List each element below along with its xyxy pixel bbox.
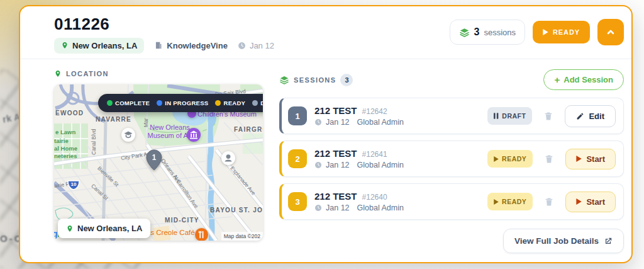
sessions-section-header: SESSIONS 3 + Add Session (279, 69, 624, 90)
session-owner: Global Admin (357, 118, 404, 127)
job-meta-row: New Orleans, LA KnowledgeVine Jan 12 (54, 38, 274, 54)
job-location-text: New Orleans, LA (72, 41, 137, 50)
session-info: 212 TEST #12640 Jan 12 Global Admin (314, 191, 404, 212)
map-pin-icon (61, 41, 69, 50)
sessions-title-group: SESSIONS 3 (279, 74, 353, 86)
delete-session-button[interactable] (543, 111, 553, 122)
pause-icon (494, 113, 499, 119)
map-street-label: Canal Blvd (91, 129, 97, 155)
job-header-actions: 3 sessions READY (450, 19, 625, 45)
session-name: 212 TEST (314, 191, 357, 202)
legend-dot-draft (252, 100, 258, 106)
job-card-body: LOCATION (20, 59, 631, 262)
session-date: Jan 12 (326, 161, 350, 169)
interstate-10-number: 10 (67, 181, 80, 187)
layers-icon (279, 75, 289, 85)
job-location-chip: New Orleans, LA (54, 38, 144, 54)
session-id: #12641 (362, 150, 387, 159)
layers-icon (459, 27, 470, 38)
session-info: 212 TEST #12642 Jan 12 Global Admin (314, 105, 404, 127)
delete-session-button[interactable] (544, 197, 554, 207)
legend-dot-ready (215, 100, 221, 106)
legend-dot-complete (107, 100, 113, 106)
trash-icon (544, 197, 554, 207)
session-row[interactable]: 2 212 TEST #12641 Jan 12 Global Admin (279, 140, 624, 177)
legend-item-complete: COMPLETE (107, 100, 150, 106)
clock-icon (238, 42, 246, 50)
session-rows: 1 212 TEST #12642 Jan 12 Global Admin (279, 98, 624, 220)
session-meta: Jan 12 Global Admin (314, 203, 404, 212)
session-info: 212 TEST #12641 Jan 12 Global Admin (314, 148, 404, 169)
job-status-ready-button[interactable]: READY (533, 21, 590, 43)
trash-icon (543, 111, 553, 122)
session-number-badge: 1 (288, 106, 307, 125)
play-icon (576, 156, 582, 162)
building-icon (154, 41, 163, 50)
legend-dot-in-progress (157, 100, 162, 106)
session-date: Jan 12 (326, 203, 350, 212)
job-card: 011226 New Orleans, LA KnowledgeVine Jan… (19, 5, 633, 263)
monument-poi-icon (221, 151, 235, 165)
external-link-icon (604, 237, 613, 246)
map-green-label: al Home (54, 145, 77, 152)
start-session-button[interactable]: Start (565, 192, 616, 212)
map-green-label: e Lawn (55, 129, 75, 135)
sessions-section: SESSIONS 3 + Add Session 1 212 TEST #126… (279, 64, 624, 253)
job-map-marker-number: 1 (146, 153, 162, 162)
clock-icon (314, 161, 322, 169)
view-full-job-details-button[interactable]: View Full Job Details (503, 229, 624, 253)
job-card-header: 011226 New Orleans, LA KnowledgeVine Jan… (20, 6, 631, 59)
map-area-label: EWOOD (55, 110, 84, 117)
map-pin-icon (54, 69, 62, 78)
location-section: LOCATION (54, 64, 263, 253)
sessions-count-label: sessions (484, 28, 516, 37)
sessions-count: 3 (474, 26, 480, 38)
edit-session-button[interactable]: Edit (565, 105, 616, 127)
session-date: Jan 12 (326, 118, 350, 127)
location-map[interactable]: EWOOD NAVARRE FAIRGROU MID-CITY BAYOU ST… (54, 84, 263, 241)
legend-item-in-progress: IN PROGRESS (157, 100, 208, 106)
session-actions: READY Start (487, 149, 616, 169)
session-number-badge: 3 (288, 192, 307, 211)
session-owner: Global Admin (357, 161, 404, 169)
interstate-10-shield: 10 (67, 180, 80, 191)
add-session-button[interactable]: + Add Session (543, 69, 624, 90)
job-client-text: KnowledgeVine (167, 41, 228, 50)
map-city-pill-text: New Orleans, LA (77, 224, 142, 233)
legend-item-draft: DRAFT (252, 100, 263, 106)
session-id: #12640 (362, 193, 387, 202)
session-row[interactable]: 3 212 TEST #12640 Jan 12 Global Admin (279, 183, 624, 220)
collapse-card-button[interactable] (597, 19, 624, 45)
plus-icon: + (554, 75, 560, 84)
session-name: 212 TEST (314, 148, 357, 159)
legend-item-ready: READY (215, 100, 245, 106)
session-actions: DRAFT Edit (487, 105, 616, 127)
map-status-legend: COMPLETE IN PROGRESS READY DRAFT (98, 94, 263, 112)
session-owner: Global Admin (357, 203, 404, 212)
sessions-section-title: SESSIONS (294, 76, 336, 84)
job-number-title: 011226 (54, 15, 274, 33)
school-poi-icon (121, 128, 135, 142)
map-area-label: NAVARRE (96, 116, 131, 123)
job-date: Jan 12 (238, 41, 274, 50)
start-session-button[interactable]: Start (565, 149, 616, 169)
chevron-up-icon (606, 27, 616, 37)
play-icon (494, 199, 499, 205)
trash-icon (544, 154, 554, 164)
session-meta: Jan 12 Global Admin (314, 118, 404, 127)
sessions-count-pill[interactable]: 3 sessions (450, 20, 525, 45)
delete-session-button[interactable] (544, 154, 554, 164)
job-header-left: 011226 New Orleans, LA KnowledgeVine Jan… (54, 15, 274, 54)
pencil-icon (576, 112, 584, 120)
location-section-title: LOCATION (66, 70, 109, 77)
play-icon (576, 198, 582, 205)
job-map-marker[interactable]: 1 (146, 149, 162, 171)
map-attribution: Map data ©202 (221, 232, 263, 241)
museum-poi-icon (187, 128, 201, 142)
job-status-ready-label: READY (553, 28, 580, 36)
session-number-badge: 2 (288, 149, 307, 168)
map-pin-icon (66, 224, 74, 233)
session-row[interactable]: 1 212 TEST #12642 Jan 12 Global Admin (279, 98, 624, 134)
location-section-header: LOCATION (54, 69, 263, 78)
job-client: KnowledgeVine (154, 41, 228, 50)
